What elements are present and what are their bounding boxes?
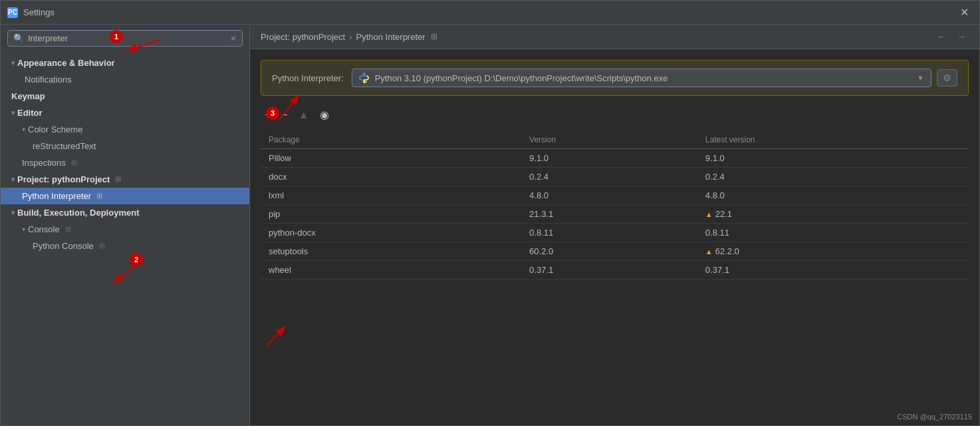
package-name: lxml [261,186,521,205]
table-row[interactable]: python-docx 0.8.11 0.8.11 [261,224,969,242]
package-name: Pillow [261,149,521,168]
sidebar-item-label: Python Interpreter [22,191,91,201]
upgrade-arrow-icon: ▲ [705,210,713,218]
sidebar-item-label: Project: pythonProject [17,174,110,184]
sidebar-item-color-scheme[interactable]: ▾ Color Scheme [1,121,249,138]
package-version: 4.8.0 [521,186,697,205]
sidebar-item-label: Console [28,224,60,234]
package-version: 0.8.11 [521,224,697,242]
sidebar-item-label: Build, Execution, Deployment [17,208,139,218]
sidebar-item-project[interactable]: ▾ Project: pythonProject ⊞ [1,171,249,188]
packages-toolbar: + − ▲ ◉ [261,106,969,123]
sidebar-item-python-console[interactable]: Python Console ⊞ [1,238,249,254]
sidebar-item-notifications[interactable]: Notifications [1,71,249,88]
sidebar-item-label: reStructuredText [33,141,96,151]
package-version: 0.37.1 [521,261,697,280]
breadcrumb-bar: Project: pythonProject › Python Interpre… [250,25,979,49]
project-icon: ⊞ [115,175,121,184]
sidebar-item-console[interactable]: ▾ Console ⊞ [1,221,249,238]
package-name: python-docx [261,224,521,242]
sidebar-item-label: Keymap [11,91,45,101]
window-title: Settings [23,7,956,17]
search-clear-icon[interactable]: ✕ [230,34,237,43]
breadcrumb-back-button[interactable]: ← [934,30,949,43]
sidebar-item-inspections[interactable]: Inspections ⊞ [1,154,249,171]
latest-version-value: 62.2.0 [715,246,739,256]
package-latest: 9.1.0 [697,149,969,168]
latest-version-value: 22.1 [715,209,732,219]
package-version: 60.2.0 [521,242,697,261]
breadcrumb-separator: › [349,32,352,42]
interpreter-dropdown[interactable]: Python 3.10 (pythonProject) D:\Demo\pyth… [352,69,931,87]
package-name: setuptools [261,242,521,261]
table-header: Package Version Latest version [261,131,969,149]
close-button[interactable]: ✕ [956,5,973,20]
annotation-1: 1 [110,30,123,43]
package-latest: ▲ 22.1 [697,205,969,224]
table-row[interactable]: wheel 0.37.1 0.37.1 [261,261,969,280]
breadcrumb-project: Project: pythonProject [261,32,345,42]
search-input[interactable] [28,33,230,43]
console-icon: ⊞ [65,225,71,234]
sidebar: 🔍 ✕ ▾ Appearance & Behavior Notification… [1,25,250,425]
packages-table: Package Version Latest version Pillow 9.… [261,131,969,280]
content-area: Python Interpreter: Python 3.10 (pythonP… [250,49,979,425]
interpreter-settings-button[interactable]: ⚙ [937,69,957,87]
annotation-3: 3 [266,106,279,120]
sidebar-item-label: Color Scheme [28,124,82,134]
package-latest: ▲ 62.2.0 [697,242,969,261]
sidebar-tree: ▾ Appearance & Behavior Notifications Ke… [1,52,249,257]
col-latest: Latest version [697,131,969,149]
search-icon: 🔍 [13,33,24,43]
sidebar-item-restructured-text[interactable]: reStructuredText [1,138,249,154]
package-version: 21.3.1 [521,205,697,224]
annotation-2: 2 [130,253,143,266]
package-name: wheel [261,261,521,280]
package-latest: 0.37.1 [697,261,969,280]
interpreter-label: Python Interpreter: [272,73,344,83]
title-bar: PC Settings ✕ [1,1,979,25]
table-row[interactable]: setuptools 60.2.0 ▲ 62.2.0 [261,242,969,261]
package-name: pip [261,205,521,224]
package-latest: 4.8.0 [697,186,969,205]
python-console-icon: ⊞ [99,242,105,250]
sidebar-item-label: Notifications [25,75,72,85]
package-version: 0.2.4 [521,168,697,186]
table-row[interactable]: lxml 4.8.0 4.8.0 [261,186,969,205]
sidebar-item-appearance[interactable]: ▾ Appearance & Behavior [1,55,249,71]
interpreter-section: Python Interpreter: Python 3.10 (pythonP… [261,60,969,96]
table-row[interactable]: pip 21.3.1 ▲ 22.1 [261,205,969,224]
sidebar-item-python-interpreter[interactable]: Python Interpreter ⊞ [1,188,249,204]
col-package: Package [261,131,521,149]
breadcrumb-grid-icon: ⊞ [431,32,437,41]
search-box[interactable]: 🔍 ✕ [7,30,243,47]
package-latest: 0.8.11 [697,224,969,242]
up-package-button[interactable]: ▲ [295,107,313,123]
col-version: Version [521,131,697,149]
py-interpreter-icon: ⊞ [96,192,102,200]
sidebar-item-build[interactable]: ▾ Build, Execution, Deployment [1,204,249,221]
show-package-button[interactable]: ◉ [316,106,333,123]
sidebar-item-editor[interactable]: ▾ Editor [1,105,249,121]
upgrade-arrow-icon: ▲ [705,248,713,256]
package-latest: 0.2.4 [697,168,969,186]
sidebar-item-label: Python Console [33,241,94,251]
sidebar-item-keymap[interactable]: Keymap [1,88,249,105]
breadcrumb-forward-button[interactable]: → [954,30,969,43]
interpreter-value: Python 3.10 (pythonProject) D:\Demo\pyth… [375,73,668,83]
sidebar-item-label: Inspections [22,158,66,168]
breadcrumb-current: Python Interpreter [356,32,426,42]
main-panel: Project: pythonProject › Python Interpre… [250,25,979,425]
remove-package-button[interactable]: − [277,107,291,123]
package-version: 9.1.0 [521,149,697,168]
package-name: docx [261,168,521,186]
packages-list: Pillow 9.1.0 9.1.0 docx 0.2.4 0.2.4 [261,149,969,280]
table-row[interactable]: Pillow 9.1.0 9.1.0 [261,149,969,168]
watermark: CSDN @qq_27023115 [897,413,972,421]
python-icon [359,73,370,83]
dropdown-arrow-icon: ▼ [917,74,924,82]
table-row[interactable]: docx 0.2.4 0.2.4 [261,168,969,186]
app-icon: PC [7,7,18,18]
inspections-icon: ⊞ [71,158,77,167]
sidebar-item-label: Appearance & Behavior [17,58,115,68]
